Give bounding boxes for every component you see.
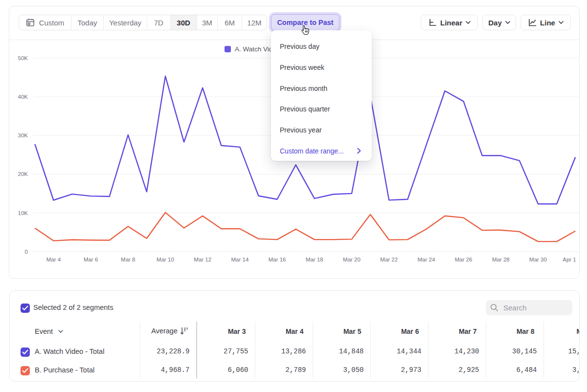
svg-text:30K: 30K bbox=[18, 132, 28, 138]
svg-text:Mar 24: Mar 24 bbox=[418, 257, 435, 262]
svg-text:Mar 30: Mar 30 bbox=[529, 257, 547, 262]
svg-text:Apr 1: Apr 1 bbox=[563, 257, 576, 262]
svg-text:Mar 12: Mar 12 bbox=[194, 257, 211, 262]
svg-text:Mar 8: Mar 8 bbox=[121, 257, 135, 262]
svg-text:0: 0 bbox=[25, 249, 28, 255]
svg-text:Mar 28: Mar 28 bbox=[492, 257, 510, 262]
svg-text:50K: 50K bbox=[18, 55, 28, 61]
svg-text:Mar 10: Mar 10 bbox=[157, 257, 174, 262]
svg-text:Mar 26: Mar 26 bbox=[455, 257, 473, 262]
svg-text:Mar 16: Mar 16 bbox=[269, 257, 286, 262]
svg-text:Mar 22: Mar 22 bbox=[380, 257, 398, 262]
svg-text:40K: 40K bbox=[18, 94, 28, 100]
svg-text:Mar 6: Mar 6 bbox=[84, 257, 98, 262]
svg-text:Mar 14: Mar 14 bbox=[231, 257, 249, 262]
svg-text:20K: 20K bbox=[18, 171, 28, 177]
svg-text:Mar 18: Mar 18 bbox=[306, 257, 323, 262]
svg-text:Mar 20: Mar 20 bbox=[343, 257, 361, 262]
svg-text:10K: 10K bbox=[18, 210, 28, 216]
svg-text:Mar 4: Mar 4 bbox=[46, 257, 61, 262]
